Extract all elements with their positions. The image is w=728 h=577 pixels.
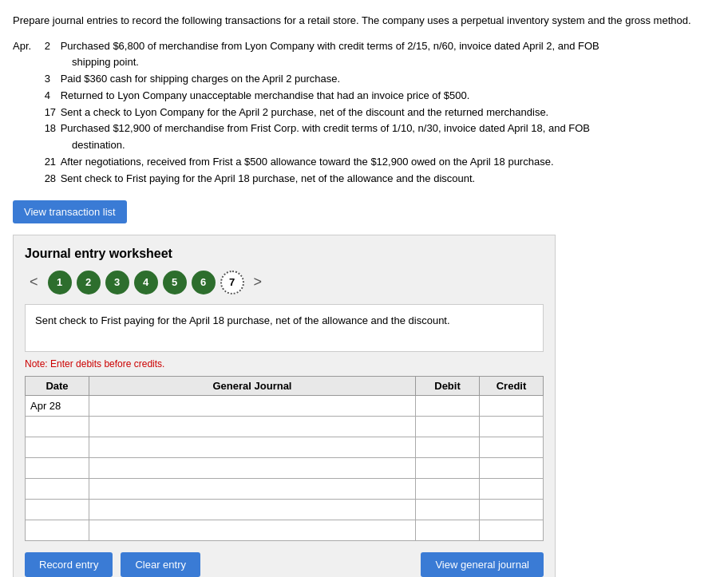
credit-input-7[interactable] — [480, 520, 543, 540]
worksheet-title: Journal entry worksheet — [25, 247, 544, 261]
entry-17: 17 Sent a check to Lyon Company for the … — [45, 105, 599, 121]
prev-button[interactable]: < — [25, 272, 43, 292]
table-row — [26, 520, 544, 540]
debit-cell-7[interactable] — [416, 520, 480, 540]
credit-input-6[interactable] — [480, 500, 543, 520]
debit-cell-6[interactable] — [416, 499, 480, 520]
table-row — [26, 437, 544, 457]
journal-cell-2[interactable] — [89, 416, 416, 437]
entry-2: 2 Purchased $6,800 of merchandise from L… — [45, 38, 599, 72]
view-transaction-button[interactable]: View transaction list — [13, 200, 127, 223]
credit-cell-1[interactable] — [480, 395, 544, 416]
journal-cell-1[interactable] — [89, 395, 416, 416]
step-7-button[interactable]: 7 — [220, 271, 244, 294]
debit-input-5[interactable] — [416, 479, 479, 499]
debit-cell-1[interactable] — [416, 395, 480, 416]
credit-cell-2[interactable] — [480, 416, 544, 437]
step-3-button[interactable]: 3 — [105, 271, 129, 294]
credit-input-4[interactable] — [480, 458, 543, 478]
date-cell-2 — [26, 416, 89, 437]
record-entry-button[interactable]: Record entry — [25, 552, 113, 577]
journal-cell-5[interactable] — [89, 478, 416, 499]
step-6-button[interactable]: 6 — [192, 271, 216, 294]
date-cell-6 — [26, 499, 89, 520]
nav-row: < 1 2 3 4 5 6 7 > — [25, 271, 544, 294]
debit-input-4[interactable] — [416, 458, 479, 478]
journal-cell-4[interactable] — [89, 457, 416, 478]
debit-input-3[interactable] — [416, 437, 479, 457]
entry-4: 4 Returned to Lyon Company unacceptable … — [45, 88, 599, 105]
debit-header: Debit — [416, 376, 480, 395]
step-2-button[interactable]: 2 — [77, 271, 101, 294]
step-1-button[interactable]: 1 — [48, 271, 72, 294]
journal-input-3[interactable] — [89, 437, 415, 457]
table-row — [26, 499, 544, 520]
entry-3: 3 Paid $360 cash for shipping charges on… — [45, 71, 599, 88]
worksheet-container: Journal entry worksheet < 1 2 3 4 5 6 7 … — [13, 235, 556, 577]
credit-cell-6[interactable] — [480, 499, 544, 520]
journal-input-6[interactable] — [89, 500, 415, 520]
entries-list: 2 Purchased $6,800 of merchandise from L… — [45, 38, 599, 188]
transactions-block: Apr. 2 Purchased $6,800 of merchandise f… — [13, 38, 715, 188]
journal-cell-3[interactable] — [89, 437, 416, 457]
debit-cell-5[interactable] — [416, 478, 480, 499]
table-row — [26, 416, 544, 437]
date-cell-1: Apr 28 — [26, 395, 89, 416]
debit-cell-2[interactable] — [416, 416, 480, 437]
debit-input-2[interactable] — [416, 417, 479, 437]
table-row — [26, 457, 544, 478]
journal-input-1[interactable] — [89, 396, 415, 416]
journal-input-7[interactable] — [89, 520, 415, 540]
credit-cell-7[interactable] — [480, 520, 544, 540]
credit-header: Credit — [480, 376, 544, 395]
debit-input-6[interactable] — [416, 500, 479, 520]
view-general-journal-button[interactable]: View general journal — [421, 552, 544, 577]
clear-entry-button[interactable]: Clear entry — [121, 552, 200, 577]
apr-label: Apr. — [13, 38, 42, 55]
step-4-button[interactable]: 4 — [134, 271, 158, 294]
credit-input-3[interactable] — [480, 437, 543, 457]
date-cell-3 — [26, 437, 89, 457]
debit-cell-3[interactable] — [416, 437, 480, 457]
journal-input-5[interactable] — [89, 479, 415, 499]
journal-cell-6[interactable] — [89, 499, 416, 520]
button-row: Record entry Clear entry View general jo… — [25, 552, 544, 577]
date-cell-7 — [26, 520, 89, 540]
journal-table: Date General Journal Debit Credit Apr 28 — [25, 376, 544, 541]
credit-cell-4[interactable] — [480, 457, 544, 478]
credit-input-5[interactable] — [480, 479, 543, 499]
entry-18: 18 Purchased $12,900 of merchandise from… — [45, 121, 599, 154]
credit-cell-5[interactable] — [480, 478, 544, 499]
general-journal-header: General Journal — [89, 376, 416, 395]
journal-input-2[interactable] — [89, 417, 415, 437]
credit-cell-3[interactable] — [480, 437, 544, 457]
debit-input-7[interactable] — [416, 520, 479, 540]
credit-input-2[interactable] — [480, 417, 543, 437]
next-button[interactable]: > — [249, 272, 267, 292]
journal-input-4[interactable] — [89, 458, 415, 478]
date-header: Date — [26, 376, 89, 395]
journal-cell-7[interactable] — [89, 520, 416, 540]
date-cell-4 — [26, 457, 89, 478]
note-text: Note: Enter debits before credits. — [25, 358, 544, 370]
credit-input-1[interactable] — [480, 396, 543, 416]
entry-28: 28 Sent check to Frist paying for the Ap… — [45, 171, 599, 188]
date-cell-5 — [26, 478, 89, 499]
table-row — [26, 478, 544, 499]
debit-input-1[interactable] — [416, 396, 479, 416]
description-box: Sent check to Frist paying for the April… — [25, 304, 544, 352]
step-5-button[interactable]: 5 — [163, 271, 187, 294]
entry-21: 21 After negotiations, received from Fri… — [45, 154, 599, 171]
debit-cell-4[interactable] — [416, 457, 480, 478]
intro-text: Prepare journal entries to record the fo… — [13, 13, 715, 29]
table-row: Apr 28 — [26, 395, 544, 416]
